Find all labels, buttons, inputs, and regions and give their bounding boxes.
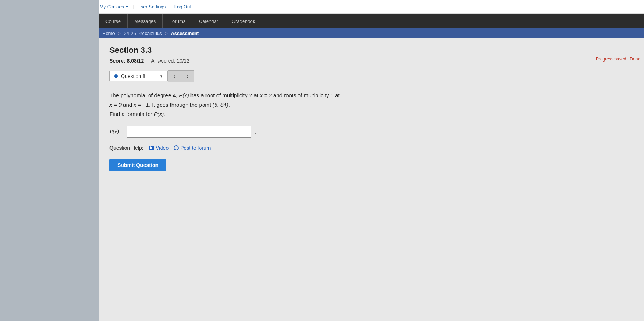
answer-row: P(x) = ,	[109, 126, 633, 138]
nav-log-out[interactable]: Log Out	[174, 4, 191, 9]
question-help: Question Help: Video Post to forum	[109, 145, 633, 151]
answer-input[interactable]	[127, 126, 251, 138]
nav-sep3: |	[169, 4, 170, 9]
progress-saved-text: Progress saved	[596, 56, 626, 62]
tab-gradebook[interactable]: Gradebook	[225, 14, 262, 28]
forum-link-text: Post to forum	[180, 145, 211, 151]
forum-icon	[174, 145, 179, 150]
nav-sep2: |	[132, 4, 134, 9]
px-math-1: P(x)	[179, 92, 189, 98]
submit-question-button[interactable]: Submit Question	[109, 159, 166, 171]
breadcrumb-sep1: >	[118, 31, 121, 36]
breadcrumb-sep2: >	[165, 31, 168, 36]
score-label: Score:	[109, 58, 126, 64]
nav-user-settings[interactable]: User Settings	[137, 4, 166, 9]
my-classes-dropdown-arrow: ▼	[125, 5, 129, 9]
video-icon	[149, 146, 154, 150]
x-eq-0: x = 0	[109, 102, 122, 108]
question-dd-arrow: ▼	[159, 74, 163, 78]
next-question-button[interactable]: ›	[181, 70, 194, 82]
score-value: 8.08/12	[127, 58, 144, 64]
question-dot	[114, 74, 118, 78]
video-link-text: Video	[156, 145, 169, 151]
question-dropdown[interactable]: Question 8 ▼	[109, 71, 168, 81]
tab-messages[interactable]: Messages	[128, 14, 163, 28]
answered-value: 10/12	[177, 58, 189, 64]
progress-status: Progress saved Done	[596, 56, 640, 62]
question-body: The polynomial of degree 4, P(x) has a r…	[109, 91, 438, 119]
answer-label: P(x) =	[109, 129, 124, 135]
done-label: Done	[630, 56, 640, 62]
x-eq-3: x = 3	[260, 92, 272, 98]
answered: Answered: 10/12	[151, 58, 189, 64]
help-label: Question Help:	[109, 145, 143, 151]
question-label: Question 8	[121, 73, 146, 79]
breadcrumb-course[interactable]: 24-25 Precalculus	[124, 31, 162, 36]
sidebar	[0, 0, 99, 321]
px-math-2: P(x)	[154, 111, 164, 117]
section-title: Section 3.3	[109, 46, 633, 55]
x-eq-neg1: x = −1	[134, 102, 149, 108]
answered-label: Answered:	[151, 58, 175, 64]
breadcrumb-home[interactable]: Home	[102, 31, 115, 36]
nav-my-classes[interactable]: My Classes ▼	[100, 4, 129, 9]
question-selector: Question 8 ▼ ‹ ›	[109, 70, 633, 82]
prev-question-button[interactable]: ‹	[168, 70, 181, 82]
point: (5, 84)	[212, 102, 228, 108]
tab-course[interactable]: Course	[99, 14, 128, 28]
breadcrumb-current: Assessment	[171, 31, 199, 36]
video-link[interactable]: Video	[149, 145, 169, 151]
score-line: Score: 8.08/12 Answered: 10/12	[109, 58, 633, 64]
answer-comma: ,	[255, 129, 256, 135]
tab-forums[interactable]: Forums	[163, 14, 192, 28]
tab-calendar[interactable]: Calendar	[192, 14, 225, 28]
forum-link[interactable]: Post to forum	[174, 145, 211, 151]
main-content: Progress saved Done Section 3.3 Score: 8…	[99, 38, 644, 321]
